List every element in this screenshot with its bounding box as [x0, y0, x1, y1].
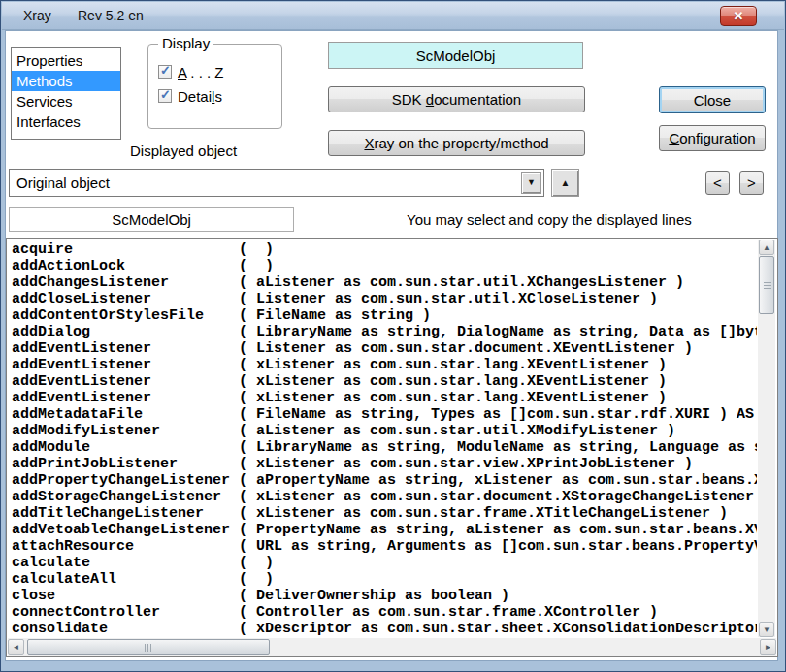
method-params: ( xListener as com.sun.star.lang.XEventL…: [239, 390, 667, 406]
close-icon: ✕: [734, 9, 744, 23]
method-row[interactable]: addEventListener( xListener as com.sun.s…: [12, 390, 757, 406]
method-row[interactable]: connectController( Controller as com.sun…: [12, 604, 757, 621]
method-name: addModule: [12, 439, 239, 456]
method-name: addMetadataFile: [12, 406, 239, 423]
configuration-button[interactable]: Configuration: [659, 125, 766, 151]
copy-hint-label: You may select and copy the displayed li…: [407, 211, 692, 228]
checkbox-az[interactable]: ✓ A . . . Z: [158, 64, 224, 80]
method-name: acquire: [12, 241, 239, 258]
object-combobox[interactable]: Original object ▼: [9, 169, 544, 197]
method-name: addEventListener: [12, 357, 239, 373]
method-row[interactable]: calculate( ): [12, 555, 757, 571]
method-name: addVetoableChangeListener: [12, 522, 239, 538]
horizontal-scroll-thumb[interactable]: [27, 639, 270, 655]
method-row[interactable]: addModule( LibraryName as string, Module…: [12, 439, 757, 456]
scroll-down-button[interactable]: ▼: [759, 622, 774, 637]
display-group-title: Display: [158, 35, 213, 51]
scroll-right-button[interactable]: ►: [760, 639, 776, 655]
method-params: ( LibraryName as string, DialogName as s…: [239, 324, 757, 340]
method-row[interactable]: addPrintJobListener( xListener as com.su…: [12, 456, 757, 472]
method-params: ( xListener as com.sun.star.view.XPrintJ…: [239, 456, 693, 472]
method-params: ( aListener as com.sun.star.util.XChange…: [239, 274, 684, 291]
checkbox-details[interactable]: ✓ Details: [158, 88, 222, 104]
title-bar[interactable]: Xray Rev 5.2 en ✕: [2, 2, 784, 30]
method-name: connectController: [12, 604, 239, 621]
thumb-grip-icon: [145, 644, 153, 652]
listbox-item-methods[interactable]: Methods: [12, 71, 120, 91]
method-name: addTitleChangeListener: [12, 505, 239, 522]
method-params: ( Controller as com.sun.star.frame.XCont…: [239, 604, 658, 621]
method-row[interactable]: addMetadataFile( FileName as string, Typ…: [12, 406, 757, 423]
listbox-item-services[interactable]: Services: [12, 91, 120, 112]
method-row[interactable]: addStorageChangeListener( xListener as c…: [12, 489, 757, 505]
xray-on-property-label: Xray on the property/method: [364, 135, 548, 151]
method-row[interactable]: acquire( ): [12, 241, 757, 258]
vertical-scroll-thumb[interactable]: [759, 256, 774, 314]
display-group: Display ✓ A . . . Z ✓ Details: [147, 44, 282, 129]
configuration-label: Configuration: [669, 130, 755, 146]
method-params: ( LibraryName as string, ModuleName as s…: [239, 439, 757, 456]
displayed-object-label: Displayed object: [130, 143, 237, 159]
vertical-scrollbar[interactable]: ▲ ▼: [758, 240, 775, 637]
checkbox-az-box[interactable]: ✓: [158, 65, 172, 79]
method-row[interactable]: addActionLock( ): [12, 258, 757, 274]
scroll-left-button[interactable]: ◄: [8, 639, 24, 655]
object-up-button[interactable]: ▲: [551, 169, 579, 197]
method-name: addEventListener: [12, 340, 239, 357]
method-row[interactable]: addEventListener( Listener as com.sun.st…: [12, 340, 757, 357]
listbox-item-properties[interactable]: Properties: [12, 50, 120, 71]
window-close-button[interactable]: ✕: [720, 6, 757, 26]
method-row[interactable]: addTitleChangeListener( xListener as com…: [12, 505, 757, 522]
method-params: ( FileName as string ): [239, 307, 431, 324]
prev-button[interactable]: <: [705, 171, 730, 195]
method-row[interactable]: addContentOrStylesFile( FileName as stri…: [12, 307, 757, 324]
method-row[interactable]: addEventListener( xListener as com.sun.s…: [12, 357, 757, 373]
next-button[interactable]: >: [739, 171, 764, 195]
method-row[interactable]: addDialog( LibraryName as string, Dialog…: [12, 324, 757, 340]
method-row[interactable]: addVetoableChangeListener( PropertyName …: [12, 522, 757, 538]
listbox-item-interfaces[interactable]: Interfaces: [12, 112, 120, 132]
method-name: addEventListener: [12, 373, 239, 390]
method-row[interactable]: calculateAll( ): [12, 571, 757, 588]
prev-button-label: <: [713, 175, 722, 191]
category-listbox[interactable]: Properties Methods Services Interfaces: [11, 47, 121, 140]
checkbox-details-box[interactable]: ✓: [158, 89, 172, 103]
method-row[interactable]: addPropertyChangeListener( aPropertyName…: [12, 472, 757, 489]
chevron-down-icon: ▼: [527, 178, 536, 187]
method-params: ( xListener as com.sun.star.document.XSt…: [239, 489, 754, 505]
method-row[interactable]: consolidate( xDescriptor as com.sun.star…: [12, 621, 757, 637]
sdk-documentation-button[interactable]: SDK documentation: [328, 86, 585, 112]
scroll-up-button[interactable]: ▲: [759, 240, 774, 255]
method-params: ( xListener as com.sun.star.lang.XEventL…: [239, 357, 667, 373]
method-list[interactable]: acquire( )addActionLock( )addChangesList…: [12, 241, 757, 637]
method-name: addModifyListener: [12, 423, 239, 439]
checkbox-details-label: Details: [178, 88, 222, 105]
checkmark-icon: ✓: [160, 87, 171, 102]
horizontal-scrollbar[interactable]: ◄ ►: [8, 638, 776, 656]
method-name: addContentOrStylesFile: [12, 307, 239, 324]
method-row[interactable]: addEventListener( xListener as com.sun.s…: [12, 373, 757, 390]
object-name-box: ScModelObj: [9, 207, 294, 232]
method-params: ( Listener as com.sun.star.document.XEve…: [239, 340, 693, 357]
method-row[interactable]: attachResource( URL as string, Arguments…: [12, 538, 757, 555]
method-name: addChangesListener: [12, 274, 239, 291]
sdk-documentation-label: SDK documentation: [392, 91, 521, 108]
method-params: ( aPropertyName as string, xListener as …: [239, 472, 757, 489]
method-params: ( ): [239, 555, 274, 571]
thumb-grip-icon: [764, 282, 771, 290]
object-type-field: ScModelObj: [328, 42, 583, 69]
xray-on-property-button[interactable]: Xray on the property/method: [328, 130, 585, 156]
method-row[interactable]: addModifyListener( aListener as com.sun.…: [12, 423, 757, 439]
method-row[interactable]: addChangesListener( aListener as com.sun…: [12, 274, 757, 291]
checkmark-icon: ✓: [160, 63, 171, 78]
method-name: addPrintJobListener: [12, 456, 239, 472]
next-button-label: >: [747, 175, 756, 191]
scroll-left-icon: ◄: [13, 643, 20, 652]
method-name: calculate: [12, 555, 239, 571]
method-name: consolidate: [12, 621, 239, 637]
method-params: ( xListener as com.sun.star.frame.XTitle…: [239, 505, 728, 522]
close-button[interactable]: Close: [659, 86, 766, 113]
combobox-dropdown-button[interactable]: ▼: [521, 172, 541, 194]
method-row[interactable]: addCloseListener( Listener as com.sun.st…: [12, 291, 757, 307]
method-row[interactable]: close( DeliverOwnership as boolean ): [12, 588, 757, 604]
